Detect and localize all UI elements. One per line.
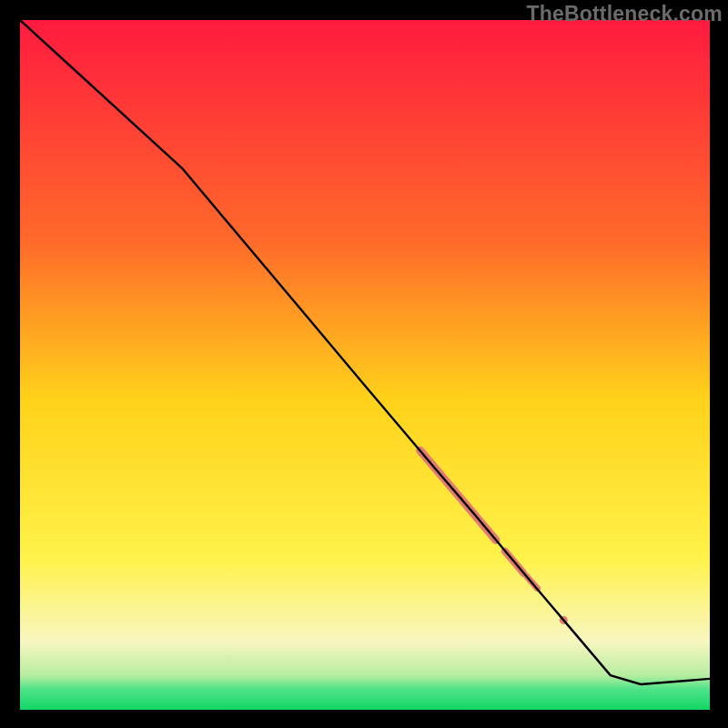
bottleneck-curve <box>20 20 710 684</box>
chart-overlay <box>20 20 710 710</box>
watermark-label: TheBottleneck.com <box>526 2 723 26</box>
chart-stage: TheBottleneck.com <box>0 0 728 728</box>
plot-area <box>20 20 710 710</box>
